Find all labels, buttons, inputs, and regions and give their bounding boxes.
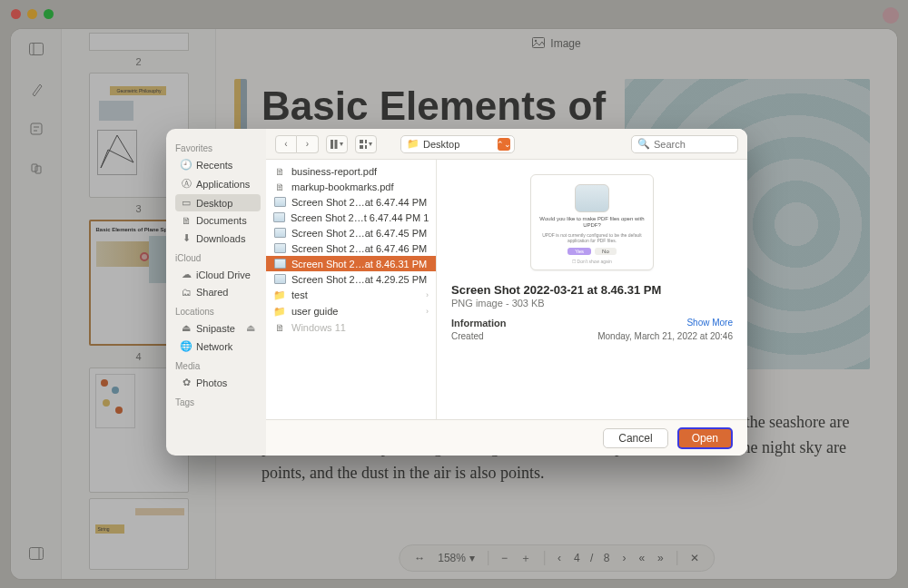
cloud-icon: ☁ bbox=[181, 269, 192, 280]
sidebar-heading: Locations bbox=[175, 307, 261, 317]
path-label: Desktop bbox=[423, 139, 459, 150]
file-name: Screen Shot 2…at 6.47.45 PM bbox=[291, 228, 427, 239]
sidebar-item-snipaste[interactable]: ⏏Snipaste⏏ bbox=[175, 319, 261, 337]
file-name: markup-bookmarks.pdf bbox=[291, 181, 394, 192]
dialog-footer: Cancel Open bbox=[266, 419, 747, 456]
open-file-dialog: Favorites 🕘Recents ⒶApplications ▭Deskto… bbox=[166, 129, 747, 456]
file-list[interactable]: 🗎business-report.pdf🗎markup-bookmarks.pd… bbox=[266, 160, 437, 419]
back-button[interactable]: ‹ bbox=[275, 135, 297, 153]
sidebar-heading: Favorites bbox=[175, 143, 261, 153]
file-name: Screen Shot 2…at 6.47.44 PM bbox=[291, 197, 427, 208]
chevron-right-icon: › bbox=[426, 307, 429, 316]
downloads-icon: ⬇ bbox=[181, 232, 192, 244]
shared-folder-icon: 🗂 bbox=[181, 287, 192, 298]
cancel-button[interactable]: Cancel bbox=[603, 428, 667, 448]
file-name: Screen Shot 2…t 6.47.44 PM 1 bbox=[291, 212, 429, 223]
image-file-icon bbox=[273, 274, 286, 284]
clock-icon: 🕘 bbox=[181, 159, 192, 171]
sidebar-item-downloads[interactable]: ⬇Downloads bbox=[175, 230, 261, 247]
folder-icon: 📁 bbox=[273, 289, 286, 301]
image-file-icon bbox=[273, 197, 286, 207]
file-row[interactable]: Screen Shot 2…at 4.29.25 PM bbox=[266, 271, 436, 287]
svg-rect-9 bbox=[331, 140, 333, 149]
preview-yes-button: Yes bbox=[568, 248, 591, 255]
file-name: Windows 11 bbox=[291, 322, 346, 333]
open-button[interactable]: Open bbox=[677, 427, 733, 449]
document-file-icon: 🗎 bbox=[273, 181, 286, 192]
preview-thumbnail: Would you like to make PDF files open wi… bbox=[530, 174, 654, 270]
sidebar-item-recents[interactable]: 🕘Recents bbox=[175, 156, 261, 173]
file-row[interactable]: 📁user guide› bbox=[266, 303, 436, 319]
preview-image-icon bbox=[575, 184, 609, 212]
image-file-icon bbox=[273, 212, 285, 222]
preview-no-button: No bbox=[595, 248, 617, 255]
image-file-icon bbox=[273, 243, 286, 253]
file-name: Screen Shot 2…at 8.46.31 PM bbox=[291, 259, 427, 270]
file-name: user guide bbox=[291, 306, 338, 317]
sidebar-item-icloud-drive[interactable]: ☁iCloud Drive bbox=[175, 266, 261, 283]
preview-text: ☐ Don't show again bbox=[572, 259, 612, 264]
document-file-icon: 🗎 bbox=[273, 166, 286, 177]
folder-icon: 📁 bbox=[407, 138, 419, 150]
sidebar-heading: Tags bbox=[175, 397, 261, 407]
sidebar-item-applications[interactable]: ⒶApplications bbox=[175, 174, 261, 193]
search-field[interactable]: 🔍 bbox=[631, 135, 738, 153]
file-row[interactable]: 🗎Windows 11 bbox=[266, 319, 436, 335]
file-name: Screen Shot 2…at 4.29.25 PM bbox=[291, 274, 427, 285]
file-row[interactable]: Screen Shot 2…at 8.46.31 PM bbox=[266, 256, 436, 271]
sidebar-item-desktop[interactable]: ▭Desktop bbox=[175, 194, 261, 211]
preview-text: UPDF is not currently configured to be t… bbox=[538, 232, 646, 243]
preview-pane: Would you like to make PDF files open wi… bbox=[437, 160, 747, 419]
svg-rect-13 bbox=[365, 140, 367, 143]
path-dropdown-icon[interactable]: ⌃⌄ bbox=[498, 138, 510, 151]
apps-icon: Ⓐ bbox=[181, 177, 192, 191]
disk-icon: ⏏ bbox=[181, 322, 192, 334]
finder-main: ‹ › ▾ ▾ 📁 Desktop ⌃⌄ 🔍 🗎business-report.… bbox=[266, 129, 747, 456]
file-row[interactable]: Screen Shot 2…at 6.47.46 PM bbox=[266, 240, 436, 256]
preview-filename: Screen Shot 2022-03-21 at 8.46.31 PM bbox=[451, 283, 733, 297]
file-name: business-report.pdf bbox=[291, 166, 377, 177]
sidebar-item-documents[interactable]: 🗎Documents bbox=[175, 212, 261, 229]
group-by-button[interactable]: ▾ bbox=[355, 135, 377, 153]
image-file-icon bbox=[273, 228, 286, 238]
eject-icon[interactable]: ⏏ bbox=[246, 322, 255, 334]
sidebar-heading: iCloud bbox=[175, 253, 261, 263]
svg-rect-15 bbox=[365, 145, 367, 149]
svg-rect-12 bbox=[360, 140, 363, 143]
preview-text: Would you like to make PDF files open wi… bbox=[538, 216, 646, 229]
svg-rect-14 bbox=[360, 145, 363, 149]
file-row[interactable]: Screen Shot 2…at 6.47.45 PM bbox=[266, 225, 436, 240]
path-selector[interactable]: 📁 Desktop ⌃⌄ bbox=[400, 135, 515, 153]
svg-rect-10 bbox=[335, 140, 338, 149]
file-row[interactable]: Screen Shot 2…at 6.47.44 PM bbox=[266, 194, 436, 210]
file-row[interactable]: 🗎markup-bookmarks.pdf bbox=[266, 179, 436, 194]
nav-buttons: ‹ › bbox=[275, 135, 319, 153]
forward-button[interactable]: › bbox=[297, 135, 319, 153]
image-file-icon bbox=[273, 259, 286, 269]
info-heading: Information bbox=[451, 318, 507, 328]
preview-subtitle: PNG image - 303 KB bbox=[451, 298, 733, 309]
network-icon: 🌐 bbox=[181, 340, 192, 352]
document-icon: 🗎 bbox=[181, 215, 192, 226]
sidebar-heading: Media bbox=[175, 361, 261, 371]
sidebar-item-network[interactable]: 🌐Network bbox=[175, 338, 261, 355]
file-name: test bbox=[291, 289, 308, 300]
file-row[interactable]: 🗎business-report.pdf bbox=[266, 163, 436, 179]
document-file-icon: 🗎 bbox=[273, 322, 286, 333]
view-columns-button[interactable]: ▾ bbox=[326, 135, 348, 153]
show-more-link[interactable]: Show More bbox=[686, 318, 733, 328]
finder-toolbar: ‹ › ▾ ▾ 📁 Desktop ⌃⌄ 🔍 bbox=[266, 129, 747, 160]
info-label: Created bbox=[451, 331, 484, 341]
file-row[interactable]: Screen Shot 2…t 6.47.44 PM 1 bbox=[266, 210, 436, 225]
file-row[interactable]: 📁test› bbox=[266, 287, 436, 303]
file-name: Screen Shot 2…at 6.47.46 PM bbox=[291, 243, 427, 254]
search-input[interactable] bbox=[654, 139, 732, 150]
sidebar-item-shared[interactable]: 🗂Shared bbox=[175, 284, 261, 300]
sidebar-item-photos[interactable]: ✿Photos bbox=[175, 374, 261, 391]
search-icon: 🔍 bbox=[637, 138, 650, 150]
folder-icon: 📁 bbox=[273, 306, 286, 318]
finder-sidebar: Favorites 🕘Recents ⒶApplications ▭Deskto… bbox=[166, 129, 266, 456]
desktop-icon: ▭ bbox=[181, 197, 192, 209]
photos-icon: ✿ bbox=[181, 377, 192, 388]
info-value: Monday, March 21, 2022 at 20:46 bbox=[597, 331, 733, 341]
